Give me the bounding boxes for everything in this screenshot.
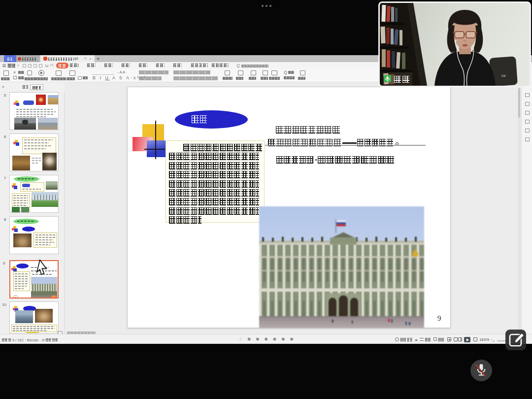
svg-text:cw: cw: [501, 74, 506, 77]
